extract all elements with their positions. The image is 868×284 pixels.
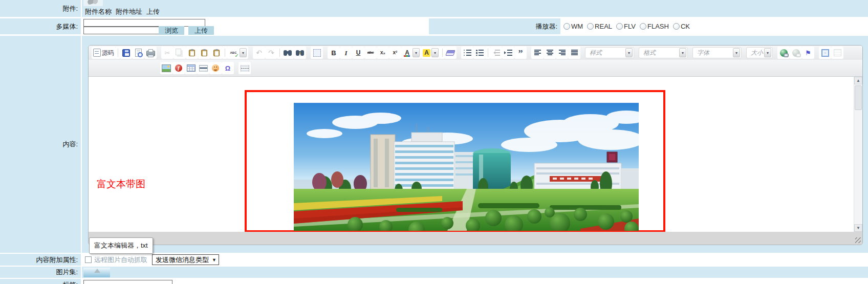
font-combo[interactable]: 字体▾ [692, 47, 742, 58]
attachment-link[interactable]: 附件名称 [85, 7, 112, 16]
attachment-row: 附件: 附件名称附件地址上传 [0, 0, 868, 17]
player-radio-ck[interactable]: CK [673, 23, 690, 30]
scroll-up-icon[interactable]: ▲ [854, 77, 862, 84]
flash-icon: f [175, 64, 182, 72]
show-blocks-icon [834, 49, 841, 56]
toolbar-separator [223, 47, 227, 59]
source-button-label: 源码 [102, 49, 114, 57]
show-blocks-button [831, 47, 843, 59]
print-button[interactable] [144, 47, 157, 59]
redo-icon: ↷ [267, 49, 276, 57]
bulleted-list-button[interactable] [473, 47, 486, 59]
extra-attributes-row: 内容附加属性: 远程图片自动抓取 发送微信消息类型 ▼ [0, 254, 868, 266]
paste-text-button[interactable]: T [198, 47, 210, 59]
bottom-row-input[interactable] [83, 280, 172, 284]
numbered-list-icon [464, 50, 471, 56]
media-url-input[interactable] [83, 19, 205, 27]
scroll-down-icon[interactable]: ▼ [854, 224, 862, 232]
player-radio-real[interactable]: REAL [587, 23, 612, 30]
chevron-down-icon[interactable]: ▾ [240, 48, 247, 57]
rich-text-editor: 源码✂TWABC▾↶↷abBIUabex₂x²A▾A▾”样式▾格式▾字体▾大小▾… [88, 45, 863, 245]
copy-icon [176, 49, 181, 55]
toolbar-separator [116, 47, 120, 59]
player-radio-flv[interactable]: FLV [616, 23, 636, 30]
blockquote-button[interactable]: ” [514, 47, 527, 59]
browse-button[interactable]: 浏览 [159, 26, 184, 35]
italic-button[interactable]: I [340, 47, 352, 59]
bg-color-button[interactable]: A▾ [421, 47, 440, 59]
strikethrough-button[interactable]: abe [364, 47, 377, 59]
subscript-button[interactable]: x₂ [377, 47, 389, 59]
toolbar-gap [773, 47, 777, 59]
bold-button[interactable]: B [328, 47, 340, 59]
scrollbar-thumb[interactable] [855, 85, 862, 110]
chevron-down-icon[interactable]: ▾ [625, 48, 633, 57]
chevron-down-icon[interactable]: ▾ [733, 48, 740, 57]
remove-format-button[interactable] [444, 47, 457, 59]
gallery-thumbnail[interactable] [83, 268, 110, 277]
player-label: 播放器: [427, 18, 560, 34]
align-left-button[interactable] [531, 47, 544, 59]
player-radio-wm[interactable]: WM [563, 23, 583, 30]
embedded-photo[interactable] [294, 103, 639, 231]
source-button[interactable]: 源码 [92, 47, 116, 59]
text-color-button[interactable]: A▾ [401, 47, 421, 59]
attachment-link[interactable]: 上传 [146, 7, 160, 16]
image-button[interactable] [160, 62, 172, 74]
align-right-button[interactable] [556, 47, 568, 59]
anchor-button[interactable]: ⚑ [802, 47, 814, 59]
horizontal-rule-button[interactable] [197, 62, 209, 74]
special-char-button[interactable]: Ω [222, 62, 234, 74]
align-center-button[interactable] [544, 47, 556, 59]
align-justify-button[interactable] [568, 47, 580, 59]
wechat-message-type-select[interactable]: 发送微信消息类型 ▼ [152, 254, 219, 265]
outdent-button [490, 47, 502, 59]
indent-button[interactable] [502, 47, 514, 59]
save-icon [122, 49, 130, 57]
select-all-button[interactable] [311, 47, 323, 59]
remote-image-grab-checkbox[interactable] [85, 256, 92, 263]
style-combo[interactable]: 样式▾ [585, 47, 634, 58]
smiley-button[interactable] [209, 62, 222, 74]
editor-toolbar-row-2: fΩ [89, 60, 862, 77]
remote-image-grab-label: 远程图片自动抓取 [94, 255, 147, 265]
superscript-button[interactable]: x² [389, 47, 401, 59]
chevron-down-icon[interactable]: ▾ [679, 48, 686, 57]
upload-button[interactable]: 上传 [188, 26, 214, 35]
underline-button[interactable]: U [352, 47, 364, 59]
player-radio-flash[interactable]: FLASH [640, 23, 669, 30]
text-color-icon: A [403, 49, 411, 57]
find-button[interactable] [281, 47, 294, 59]
paste-word-button[interactable]: W [210, 47, 223, 59]
save-button[interactable] [120, 47, 132, 59]
resize-handle-icon[interactable] [855, 237, 861, 243]
preview-button[interactable] [132, 47, 144, 59]
chevron-down-icon[interactable]: ▾ [431, 48, 439, 57]
editor-content-area[interactable]: 富文本带图 [89, 77, 862, 232]
scrollbar-track[interactable] [854, 84, 862, 224]
format-combo[interactable]: 格式▾ [639, 47, 688, 58]
size-combo[interactable]: 大小▾ [746, 47, 773, 58]
editor-scrollbar[interactable]: ▲ ▼ [854, 77, 862, 232]
paste-button[interactable] [186, 47, 198, 59]
maximize-button[interactable] [819, 47, 831, 59]
replace-button[interactable]: ab [294, 47, 306, 59]
page-break-button[interactable] [238, 62, 251, 74]
undo-icon: ↶ [255, 49, 264, 57]
spellcheck-button[interactable]: ABC▾ [227, 47, 248, 59]
editor-text[interactable]: 富文本带图 [97, 178, 145, 191]
link-button[interactable] [777, 47, 790, 59]
align-justify-icon [571, 50, 578, 56]
attachment-link[interactable]: 附件地址 [116, 7, 142, 16]
flash-button[interactable]: f [172, 62, 185, 74]
bulleted-list-icon [476, 50, 484, 56]
chevron-down-icon[interactable]: ▾ [413, 48, 420, 57]
toolbar-gap [457, 47, 461, 59]
table-button[interactable] [185, 62, 197, 74]
bold-icon: B [330, 49, 338, 57]
numbered-list-button[interactable] [461, 47, 473, 59]
gallery-label: 图片集: [0, 267, 82, 278]
unlink-button [790, 47, 802, 59]
chevron-down-icon[interactable]: ▾ [764, 48, 771, 57]
media-file-input[interactable] [83, 27, 159, 34]
